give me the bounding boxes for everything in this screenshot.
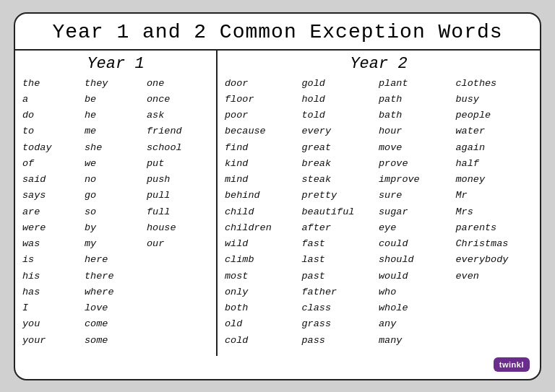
list-item: class xyxy=(302,300,332,316)
title-row: Year 1 and 2 Common Exception Words xyxy=(15,14,540,51)
list-item: most xyxy=(225,269,248,284)
list-item: clothes xyxy=(456,76,497,92)
list-item: children xyxy=(225,220,272,236)
list-item: where xyxy=(85,284,114,300)
list-item: past xyxy=(302,269,325,284)
list-item: steak xyxy=(302,172,332,188)
list-item: mind xyxy=(225,172,248,188)
list-item: me xyxy=(85,123,96,139)
list-item: could xyxy=(379,236,408,252)
list-item: door xyxy=(225,76,248,92)
list-item: sure xyxy=(379,188,402,204)
list-item: house xyxy=(147,220,176,236)
list-item: hour xyxy=(379,123,402,139)
page-title: Year 1 and 2 Common Exception Words xyxy=(30,21,525,43)
list-item: move xyxy=(379,140,402,156)
list-item: after xyxy=(302,220,332,236)
list-item: old xyxy=(225,316,242,332)
list-item: full xyxy=(147,204,170,220)
list-item: Mr xyxy=(456,188,468,204)
list-item: the xyxy=(22,76,40,92)
list-item: go xyxy=(85,188,96,204)
list-item: our xyxy=(147,236,164,252)
list-item: who xyxy=(379,284,396,300)
list-item: sugar xyxy=(379,204,408,220)
list-item: once xyxy=(147,92,170,108)
list-item: so xyxy=(85,204,96,220)
list-item: to xyxy=(22,123,34,139)
list-item: find xyxy=(225,140,248,156)
year2-heading: Year 2 xyxy=(225,55,533,73)
list-item: half xyxy=(456,156,479,172)
list-item: poor xyxy=(225,108,248,123)
year1-column: Year 1 theadototodayofsaidsaysarewerewas… xyxy=(15,51,218,357)
list-item: again xyxy=(456,140,486,156)
list-item: come xyxy=(85,316,108,332)
list-item: behind xyxy=(225,188,260,204)
list-item: grass xyxy=(302,316,332,332)
list-item: great xyxy=(302,140,332,156)
list-item: every xyxy=(302,123,332,139)
list-item: put xyxy=(147,156,164,172)
twinkl-badge: twinkl xyxy=(494,357,530,372)
list-item: my xyxy=(85,236,96,252)
list-item: gold xyxy=(302,76,325,92)
list-item: ask xyxy=(147,108,164,123)
list-item: school xyxy=(147,140,182,156)
list-item: eye xyxy=(379,220,396,236)
list-item: says xyxy=(22,188,46,204)
list-item: both xyxy=(225,300,248,316)
list-item: no xyxy=(85,172,96,188)
year2-word-grid: doorfloorpoorbecausefindkindmindbehindch… xyxy=(225,76,533,349)
list-item: your xyxy=(22,333,46,349)
list-item: has xyxy=(22,284,40,300)
list-item: love xyxy=(85,300,108,316)
list-item: only xyxy=(225,284,248,300)
list-item: should xyxy=(379,252,414,268)
list-item: push xyxy=(147,172,170,188)
word-column: doorfloorpoorbecausefindkindmindbehindch… xyxy=(225,76,302,349)
list-item: pretty xyxy=(302,188,337,204)
list-item: improve xyxy=(379,172,420,188)
list-item: plant xyxy=(379,76,408,92)
list-item: floor xyxy=(225,92,254,108)
list-item: kind xyxy=(225,156,248,172)
list-item: you xyxy=(22,316,40,332)
year2-column: Year 2 doorfloorpoorbecausefindkindmindb… xyxy=(218,51,540,357)
list-item: Mrs xyxy=(456,204,473,220)
list-item: they xyxy=(85,76,108,92)
list-item: was xyxy=(22,236,40,252)
list-item: climb xyxy=(225,252,254,268)
word-column: oneonceaskfriendschoolputpushpullfullhou… xyxy=(147,76,209,349)
list-item: there xyxy=(85,269,114,284)
list-item: busy xyxy=(456,92,479,108)
year1-heading: Year 1 xyxy=(22,55,209,73)
list-item: here xyxy=(85,252,108,268)
list-item: father xyxy=(302,284,337,300)
list-item: by xyxy=(85,220,96,236)
list-item: today xyxy=(22,140,52,156)
list-item: water xyxy=(456,123,486,139)
word-column: plantpathbathhourmoveproveimprovesuresug… xyxy=(379,76,456,349)
list-item: be xyxy=(85,92,96,108)
list-item: Christmas xyxy=(456,236,509,252)
list-item: even xyxy=(456,269,479,284)
list-item: pull xyxy=(147,188,170,204)
list-item: friend xyxy=(147,123,182,139)
list-item: are xyxy=(22,204,40,220)
list-item: hold xyxy=(302,92,325,108)
list-item: path xyxy=(379,92,402,108)
list-item: last xyxy=(302,252,325,268)
list-item: beautiful xyxy=(302,204,355,220)
columns-container: Year 1 theadototodayofsaidsaysarewerewas… xyxy=(15,51,540,357)
list-item: because xyxy=(225,123,266,139)
list-item: fast xyxy=(302,236,325,252)
list-item: do xyxy=(22,108,34,123)
list-item: pass xyxy=(302,333,325,349)
main-card: Year 1 and 2 Common Exception Words Year… xyxy=(14,12,541,380)
list-item: people xyxy=(456,108,491,123)
list-item: she xyxy=(85,140,102,156)
word-column: clothesbusypeoplewateragainhalfmoneyMrMr… xyxy=(456,76,533,349)
list-item: bath xyxy=(379,108,402,123)
list-item: some xyxy=(85,333,108,349)
